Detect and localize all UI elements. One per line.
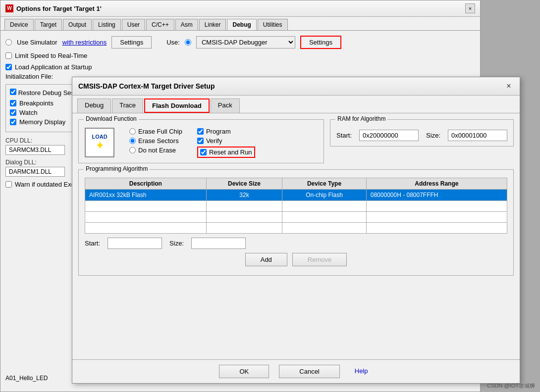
- row-device-size-0: 32k: [206, 190, 282, 201]
- erase-sectors-row: Erase Sectors: [129, 137, 182, 145]
- add-button[interactable]: Add: [245, 253, 287, 266]
- col-description: Description: [85, 178, 207, 190]
- limit-speed-label: Limit Speed to Real-Time: [15, 52, 87, 59]
- remove-button[interactable]: Remove: [292, 253, 347, 266]
- restore-debug-checkbox[interactable]: [10, 89, 16, 95]
- erase-full-chip-radio[interactable]: [129, 128, 136, 135]
- load-app-row: Load Application at Startup: [5, 63, 475, 71]
- row-device-type-0: On-chip Flash: [282, 190, 367, 201]
- dialog-tab-pack[interactable]: Pack: [211, 98, 240, 113]
- debugger-dropdown[interactable]: CMSIS-DAP Debugger: [196, 36, 295, 49]
- dialog-title-bar: CMSIS-DAP Cortex-M Target Driver Setup ×: [72, 77, 520, 96]
- algo-start-input[interactable]: [108, 238, 162, 249]
- dialog-title: CMSIS-DAP Cortex-M Target Driver Setup: [78, 82, 215, 90]
- settings-button-left[interactable]: Settings: [111, 36, 152, 49]
- download-function-group: Download Function LOAD ✦: [78, 119, 324, 163]
- ram-size-input[interactable]: [448, 130, 507, 141]
- load-label: LOAD: [92, 134, 107, 140]
- use-debugger-radio[interactable]: [185, 39, 191, 46]
- cpu-dll-value: SARMCM3.DLL: [5, 145, 65, 155]
- reset-run-label: Reset and Run: [209, 148, 252, 156]
- memory-checkbox[interactable]: [10, 119, 16, 125]
- load-app-checkbox[interactable]: [5, 64, 12, 70]
- init-file-label: Initialization File:: [5, 73, 53, 80]
- do-not-erase-row: Do not Erase: [129, 147, 182, 154]
- ram-algorithm-group: RAM for Algorithm Start: Size:: [330, 119, 514, 147]
- breakpoints-checkbox[interactable]: [10, 100, 16, 106]
- dialog-close-button[interactable]: ×: [504, 81, 514, 91]
- algo-size-label: Size:: [169, 240, 184, 247]
- reset-run-checkbox[interactable]: [200, 149, 207, 155]
- dialog-tab-debug[interactable]: Debug: [77, 98, 111, 113]
- row-description-0: AIR001xx 32kB Flash: [85, 190, 207, 201]
- settings-button-right[interactable]: Settings: [300, 36, 341, 49]
- load-star-icon: ✦: [96, 140, 104, 151]
- col-address-range: Address Range: [366, 178, 507, 190]
- download-fn-row: LOAD ✦ Erase Full Chip: [85, 128, 318, 158]
- erase-sectors-radio[interactable]: [129, 138, 136, 144]
- download-function-title: Download Function: [84, 115, 139, 122]
- main-dialog: CMSIS-DAP Cortex-M Target Driver Setup ×…: [72, 77, 520, 384]
- load-icon: LOAD ✦: [85, 128, 114, 157]
- tab-output[interactable]: Output: [63, 19, 92, 30]
- help-link[interactable]: Help: [350, 365, 373, 378]
- tab-target[interactable]: Target: [35, 19, 62, 30]
- program-checkbox[interactable]: [197, 128, 204, 135]
- dialog-tab-flash-download[interactable]: Flash Download: [144, 98, 210, 113]
- tab-user[interactable]: User: [122, 19, 145, 30]
- algo-buttons: Add Remove: [85, 253, 507, 266]
- verify-row: Verify: [197, 137, 255, 145]
- algo-size-input[interactable]: [191, 238, 246, 249]
- left-column: Download Function LOAD ✦: [78, 119, 324, 169]
- erase-radio-options: Erase Full Chip Erase Sectors Do not Era…: [129, 128, 182, 154]
- tab-linker[interactable]: Linker: [199, 19, 226, 30]
- tab-debug[interactable]: Debug: [227, 19, 256, 30]
- limit-speed-row: Limit Speed to Real-Time: [5, 52, 475, 59]
- ram-algorithm-title: RAM for Algorithm: [335, 115, 387, 122]
- dialog-body: Download Function LOAD ✦: [72, 113, 520, 288]
- algo-table-row-0[interactable]: AIR001xx 32kB Flash 32k On-chip Flash 08…: [85, 190, 507, 201]
- ram-size-label: Size:: [426, 132, 440, 139]
- bg-title-bar: W Options for Target 'Target 1' ×: [0, 0, 480, 17]
- cancel-button[interactable]: Cancel: [279, 365, 339, 378]
- dialog-dll-value: DARMCM1.DLL: [5, 167, 65, 177]
- dialog-tab-trace[interactable]: Trace: [112, 98, 143, 113]
- erase-sectors-label: Erase Sectors: [138, 137, 179, 145]
- program-options: Program Verify Reset and Run: [197, 128, 255, 158]
- limit-speed-checkbox[interactable]: [5, 52, 12, 59]
- watch-label: Watch: [19, 109, 37, 116]
- download-function-content: LOAD ✦ Erase Full Chip: [79, 120, 324, 163]
- use-simulator-radio[interactable]: [5, 39, 12, 46]
- erase-full-chip-label: Erase Full Chip: [138, 128, 182, 135]
- tab-device[interactable]: Device: [4, 19, 34, 30]
- verify-label: Verify: [206, 137, 222, 145]
- program-label: Program: [206, 128, 231, 135]
- bg-close-button[interactable]: ×: [465, 3, 475, 13]
- ok-button[interactable]: OK: [219, 365, 269, 378]
- ram-start-label: Start:: [336, 132, 352, 139]
- programming-algo-title: Programming Algorithm: [84, 165, 150, 172]
- use-label: Use:: [166, 39, 180, 46]
- ram-start-input[interactable]: [359, 130, 419, 141]
- simulator-row: Use Simulator with restrictions Settings…: [5, 36, 475, 49]
- algo-body: Description Device Size Device Type Addr…: [79, 178, 513, 275]
- algo-table-row-empty-3: [85, 223, 507, 234]
- warn-out-checkbox[interactable]: [5, 181, 12, 188]
- dialog-footer: OK Cancel Help: [72, 359, 520, 383]
- watch-checkbox[interactable]: [10, 109, 16, 116]
- use-simulator-label: Use Simulator: [17, 39, 57, 46]
- tab-utilities[interactable]: Utilities: [258, 19, 288, 30]
- tab-asm[interactable]: Asm: [175, 19, 198, 30]
- with-restrictions-link[interactable]: with restrictions: [62, 39, 107, 46]
- do-not-erase-radio[interactable]: [129, 147, 136, 153]
- col-device-size: Device Size: [206, 178, 282, 190]
- tab-cpp[interactable]: C/C++: [146, 19, 174, 30]
- bg-tab-bar: Device Target Output Listing User C/C++ …: [0, 17, 480, 31]
- memory-label: Memory Display: [19, 118, 65, 126]
- reset-run-row: Reset and Run: [197, 147, 255, 158]
- algo-table-row-empty-1: [85, 201, 507, 212]
- programming-algo-group: Programming Algorithm Description Device…: [78, 169, 514, 276]
- verify-checkbox[interactable]: [197, 138, 204, 144]
- tab-listing[interactable]: Listing: [93, 19, 121, 30]
- bg-title: W Options for Target 'Target 1': [5, 4, 102, 12]
